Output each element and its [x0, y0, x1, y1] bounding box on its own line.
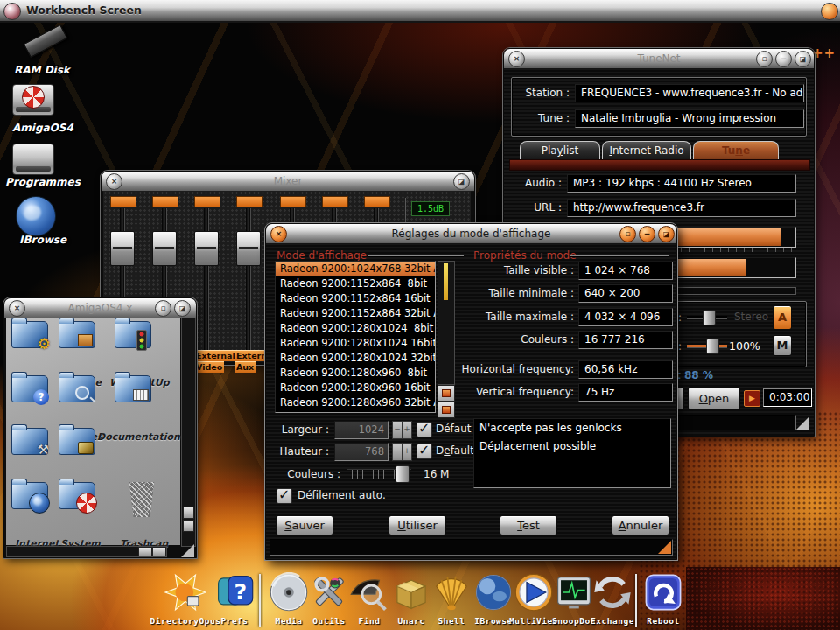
sauver-button[interactable]: Sauver [276, 515, 333, 536]
test-button[interactable]: Test [500, 515, 557, 536]
screen-depth-gadget[interactable] [821, 3, 838, 20]
desktop-icon-amigaos4[interactable] [10, 80, 60, 121]
zoom-icon[interactable] [639, 226, 655, 242]
tunenet-titlebar[interactable]: TuneNet [504, 49, 814, 69]
magnifier-icon [75, 386, 89, 400]
mixer-channel-button[interactable] [236, 196, 262, 207]
dock-item-prefs[interactable]: ? Prefs [210, 572, 259, 616]
mixer-fader-knob[interactable] [236, 231, 261, 266]
drawer-icon-prefs[interactable]: ? [6, 374, 53, 402]
dock-item-reboot[interactable]: Reboot [639, 572, 688, 616]
list-scroll-down-button[interactable] [438, 402, 455, 418]
display-settings-titlebar[interactable]: Réglages du mode d'affichage [266, 224, 676, 244]
boing-ball-icon [22, 86, 45, 108]
boing-ball-icon [76, 493, 97, 514]
drawer-titlebar[interactable]: AmigaOS4.x [4, 298, 196, 318]
drawer-icon-internet[interactable] [6, 480, 53, 509]
open-button[interactable]: Open [688, 387, 740, 410]
resize-gadget[interactable] [796, 416, 809, 430]
tab-playlist[interactable]: Playlist [520, 141, 600, 160]
iconify-icon[interactable] [620, 226, 636, 242]
screen-title: Workbench Screen [26, 4, 142, 17]
resize-gadget[interactable] [181, 544, 194, 557]
drawer-icon-devs[interactable]: ⚙ [6, 321, 53, 348]
iconify-icon[interactable] [155, 300, 172, 317]
amidock: DirectoryOpus ? Prefs Media Outils Find … [0, 570, 840, 630]
scroll-down-button[interactable] [183, 520, 194, 532]
zoom-icon[interactable] [775, 51, 792, 67]
mode-list-item[interactable]: Radeon 9200:1024x768 32bit AR [276, 262, 435, 276]
depth-icon[interactable] [174, 300, 191, 317]
mode-list-item[interactable]: Radeon 9200:1280x960 16bit [276, 381, 435, 396]
drawer-icon-storage[interactable] [53, 321, 101, 348]
mixer-channel-button[interactable] [194, 196, 220, 207]
tab-internet-radio[interactable]: Internet Radio [602, 141, 691, 160]
largeur-input: 1024 [334, 421, 388, 439]
mixer-channel-button[interactable] [364, 196, 390, 207]
drawer-icon-mui[interactable] [53, 426, 101, 455]
drawer-icon-utilities[interactable] [53, 374, 101, 402]
mixer-channel-button[interactable] [152, 196, 178, 207]
desktop-icon-ibrowse[interactable] [12, 194, 61, 238]
mixer-fader-knob[interactable] [110, 231, 135, 266]
props-group-label: Propriétés du mode [473, 249, 577, 262]
prop-value: 1 024 × 768 [578, 262, 673, 280]
mode-list-item[interactable]: Radeon 9200:1280x960 32bit AR [276, 396, 435, 410]
mixer-channel-button[interactable] [322, 196, 348, 207]
vol-value: 100% [729, 340, 760, 353]
desktop-icon-programmes[interactable] [10, 140, 60, 178]
mode-list-item[interactable]: Radeon 9200:1280x1024 8bit [276, 321, 435, 336]
mode-list-item[interactable]: Radeon 9200:1152x864 32bit AR [276, 306, 435, 321]
gear-icon: ⚙ [38, 335, 51, 353]
hauteur-default-checkbox[interactable] [416, 444, 432, 459]
scroll-up-button[interactable] [183, 507, 194, 519]
drawer-icon-wbstartup[interactable] [109, 321, 157, 348]
annuler-button[interactable]: Annuler [612, 515, 669, 536]
resize-gadget[interactable] [658, 541, 671, 554]
vol-slider[interactable] [687, 339, 727, 353]
largeur-defaut-checkbox[interactable] [416, 422, 432, 438]
utiliser-button[interactable]: Utiliser [388, 515, 446, 536]
screen-menu-gadget[interactable] [4, 3, 21, 20]
mode-list-item[interactable]: Radeon 9200:1152x864 8bit [276, 276, 435, 291]
scroll-left-button[interactable] [138, 547, 152, 556]
drawer-icon-system[interactable] [53, 480, 101, 509]
depth-icon[interactable] [794, 51, 811, 67]
defilement-checkbox[interactable] [276, 488, 292, 504]
mixer-fader-knob[interactable] [152, 231, 177, 266]
mode-list-item[interactable]: Radeon 9200:1280x1024 16bit [276, 336, 435, 351]
auto-button[interactable]: A [773, 305, 792, 330]
mixer-channel-button[interactable] [280, 196, 306, 207]
tab-tune[interactable]: Tune [693, 141, 779, 160]
vertical-scrollbar[interactable] [181, 318, 196, 547]
mixer-channel-button[interactable] [110, 196, 136, 207]
mode-list-item[interactable]: Radeon 9200:1280x1024 32bit AR [276, 351, 435, 366]
drawer-icon-trashcan[interactable] [122, 480, 162, 519]
mix-slider[interactable] [687, 310, 727, 324]
prop-value: 60,56 kHz [578, 360, 673, 379]
screen-titlebar[interactable]: Workbench Screen [0, 0, 840, 23]
mixer-titlebar[interactable]: Mixer [102, 172, 474, 192]
desktop-icon-ramdisk[interactable] [18, 30, 66, 68]
couleurs-slider[interactable] [346, 466, 411, 481]
audio-field: MP3 : 192 kbps : 44100 Hz Stereo [567, 174, 796, 192]
play-icon[interactable]: ▶ [744, 390, 760, 407]
hauteur-input: 768 [334, 443, 388, 461]
dock-item-directoryopus[interactable]: DirectoryOpus [161, 572, 210, 616]
drawer-icon-tools[interactable]: ⚒ [6, 426, 53, 455]
dock-item-exchange[interactable]: Exchange [588, 572, 637, 616]
depth-icon[interactable] [658, 226, 675, 242]
mode-list-item[interactable]: Radeon 9200:1280x960 8bit [276, 366, 435, 381]
horizontal-scrollbar[interactable] [6, 546, 167, 557]
drawer-icon-documentation[interactable] [109, 374, 157, 402]
depth-icon[interactable] [453, 173, 470, 190]
mute-button[interactable]: M [773, 335, 792, 356]
group-line [570, 256, 668, 256]
iconify-icon[interactable] [756, 51, 773, 67]
url-field: http://www.frequence3.fr [567, 199, 796, 217]
station-groupbox: Station : FREQUENCE3 - www.frequence3.fr… [511, 77, 807, 136]
mode-list-item[interactable]: Radeon 9200:1152x864 16bit [276, 291, 435, 306]
tab-panel-edge [509, 159, 810, 171]
mixer-fader-knob[interactable] [194, 231, 219, 266]
scroll-right-button[interactable] [152, 547, 166, 556]
